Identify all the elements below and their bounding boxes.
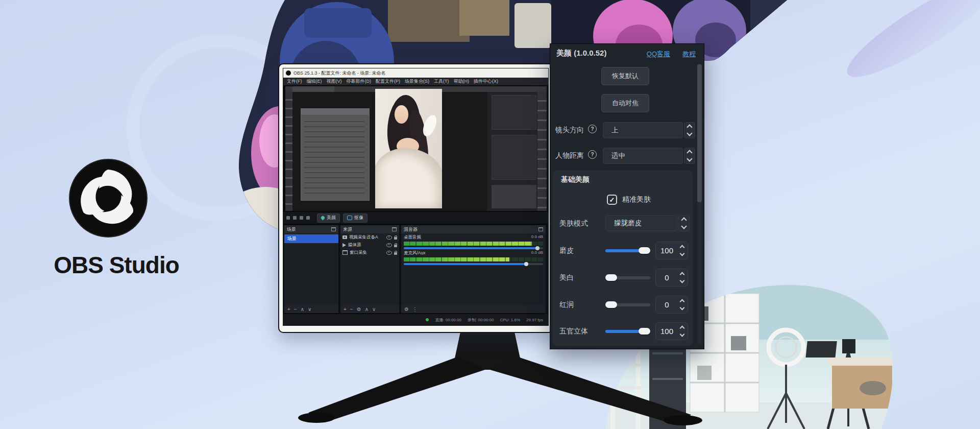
increment-icon[interactable] bbox=[679, 299, 684, 304]
menu-tools[interactable]: 工具(T) bbox=[434, 78, 449, 85]
source-down-button[interactable]: ∨ bbox=[372, 307, 376, 312]
slider-label: 磨皮 bbox=[559, 246, 574, 255]
menu-file[interactable]: 文件(F) bbox=[287, 78, 302, 85]
volume-slider-knob[interactable] bbox=[535, 246, 540, 250]
volume-slider[interactable] bbox=[404, 263, 543, 265]
menu-view[interactable]: 视图(V) bbox=[327, 78, 342, 85]
source-row-camera[interactable]: 视频采集设备A bbox=[340, 233, 399, 241]
visibility-icon[interactable] bbox=[386, 251, 392, 255]
slider-thumb[interactable] bbox=[605, 274, 617, 281]
value-spinbox[interactable]: 0 bbox=[655, 296, 688, 314]
skin-mode-spinner[interactable] bbox=[678, 215, 690, 231]
source-row-media[interactable]: 媒体源 bbox=[340, 241, 399, 249]
lock-icon[interactable] bbox=[394, 245, 397, 247]
slider-track[interactable] bbox=[605, 330, 650, 333]
camera-direction-select[interactable]: 上 bbox=[603, 122, 683, 138]
restore-default-button[interactable]: 恢复默认 bbox=[601, 67, 649, 85]
scene-up-button[interactable]: ∧ bbox=[301, 307, 304, 312]
panel-scrollbar[interactable] bbox=[697, 63, 702, 344]
help-icon[interactable]: ? bbox=[588, 150, 597, 159]
source-label: 视频采集设备A bbox=[349, 234, 384, 241]
tutorial-link[interactable]: 教程 bbox=[682, 50, 696, 59]
value-spinbox[interactable]: 0 bbox=[655, 269, 688, 287]
visibility-icon[interactable] bbox=[386, 243, 392, 247]
lock-icon[interactable] bbox=[394, 252, 397, 255]
dock-mini-icon[interactable] bbox=[286, 216, 290, 220]
source-settings-button[interactable]: ⚙ bbox=[357, 307, 361, 312]
camera-direction-spinner[interactable] bbox=[684, 122, 695, 138]
remove-source-button[interactable]: − bbox=[350, 307, 353, 312]
audio-meter bbox=[404, 257, 543, 261]
scrollbar-thumb[interactable] bbox=[697, 64, 702, 202]
mixer-menu-button[interactable]: ⋮ bbox=[412, 307, 418, 312]
scene-down-button[interactable]: ∨ bbox=[308, 307, 311, 312]
ps-document-tab bbox=[292, 86, 334, 92]
qq-support-link[interactable]: QQ客服 bbox=[647, 50, 670, 59]
volume-slider[interactable] bbox=[404, 247, 543, 249]
help-icon[interactable]: ? bbox=[588, 125, 597, 133]
visibility-icon[interactable] bbox=[386, 235, 392, 240]
decrement-icon[interactable] bbox=[679, 278, 684, 283]
menu-plugin-center[interactable]: 插件中心(X) bbox=[474, 78, 498, 85]
sources-panel-header[interactable]: 来源 bbox=[340, 225, 399, 233]
slider-track[interactable] bbox=[605, 276, 650, 279]
slider-track[interactable] bbox=[605, 303, 650, 306]
matte-dock-button[interactable]: 抠像 bbox=[343, 213, 368, 223]
lock-icon[interactable] bbox=[394, 237, 397, 240]
add-source-button[interactable]: + bbox=[344, 307, 347, 312]
sources-list[interactable]: 视频采集设备A 媒体源 窗口采集 bbox=[340, 233, 399, 305]
menu-profile[interactable]: 配置文件(P) bbox=[376, 78, 400, 85]
scenes-panel-header[interactable]: 场景 bbox=[284, 225, 338, 233]
increment-icon[interactable] bbox=[679, 272, 684, 277]
chevron-down-icon bbox=[687, 156, 692, 161]
decrement-icon[interactable] bbox=[679, 305, 684, 311]
sources-footer-toolbar: + − ⚙ ∧ ∨ bbox=[340, 305, 399, 313]
decrement-icon[interactable] bbox=[679, 332, 684, 337]
value-spinbox[interactable]: 100 bbox=[655, 242, 688, 259]
menu-scene-collection[interactable]: 场景集合(S) bbox=[405, 78, 429, 85]
obs-window-titlebar[interactable]: OBS 25.1.3 - 配置文件: 未命名 - 场景: 未命名 bbox=[283, 68, 548, 78]
value-spinbox[interactable]: 100 bbox=[655, 322, 688, 340]
add-scene-button[interactable]: + bbox=[287, 307, 290, 312]
increment-icon[interactable] bbox=[679, 326, 684, 331]
slider-track[interactable] bbox=[605, 249, 650, 252]
increment-icon[interactable] bbox=[679, 245, 684, 250]
collapse-icon[interactable] bbox=[538, 227, 543, 231]
auto-focus-button[interactable]: 自动对焦 bbox=[601, 94, 649, 112]
remove-scene-button[interactable]: − bbox=[294, 307, 297, 312]
portrait-dress bbox=[375, 148, 442, 208]
collapse-icon[interactable] bbox=[331, 227, 336, 231]
beauty-panel-header: 美颜 (1.0.0.52) QQ客服 教程 bbox=[550, 44, 704, 61]
dock-mini-icon[interactable] bbox=[293, 216, 297, 220]
volume-slider-knob[interactable] bbox=[524, 262, 528, 266]
slider-label: 红润 bbox=[559, 300, 574, 309]
obs-preview-area[interactable] bbox=[283, 85, 548, 212]
source-up-button[interactable]: ∧ bbox=[365, 307, 369, 312]
scenes-list[interactable]: 场景 bbox=[284, 233, 338, 305]
slider-thumb[interactable] bbox=[605, 301, 617, 308]
skin-mode-select[interactable]: 朦胧磨皮 bbox=[605, 215, 677, 231]
source-row-window[interactable]: 窗口采集 bbox=[340, 249, 399, 256]
dock-mini-icon[interactable] bbox=[300, 216, 303, 220]
matte-icon bbox=[347, 216, 352, 220]
beauty-dock-label: 美颜 bbox=[327, 214, 336, 221]
collapse-icon[interactable] bbox=[392, 227, 397, 231]
beauty-dock-button[interactable]: 美颜 bbox=[317, 213, 340, 223]
slider-thumb[interactable] bbox=[639, 328, 650, 335]
precise-skin-checkbox-row[interactable]: ✓ 精准美肤 bbox=[607, 195, 651, 205]
menu-edit[interactable]: 编辑(E) bbox=[307, 78, 322, 85]
menu-docks[interactable]: 停靠部件(D) bbox=[347, 78, 372, 85]
scene-item-selected[interactable]: 场景 bbox=[284, 234, 338, 243]
status-rec: 录制: 00:00:00 bbox=[468, 317, 494, 323]
mixer-panel-header[interactable]: 混音器 bbox=[401, 225, 546, 233]
precise-skin-checkbox[interactable]: ✓ bbox=[607, 195, 617, 205]
person-distance-select[interactable]: 适中 bbox=[603, 148, 683, 164]
mixer-settings-button[interactable]: ⚙ bbox=[404, 307, 409, 312]
slider-thumb[interactable] bbox=[639, 247, 650, 254]
dock-mini-icon[interactable] bbox=[306, 216, 310, 220]
person-distance-spinner[interactable] bbox=[684, 148, 695, 164]
chevron-up-icon bbox=[687, 124, 692, 130]
status-fps: 29.97 fps bbox=[526, 318, 543, 322]
decrement-icon[interactable] bbox=[679, 251, 684, 256]
menu-help[interactable]: 帮助(H) bbox=[454, 78, 470, 85]
